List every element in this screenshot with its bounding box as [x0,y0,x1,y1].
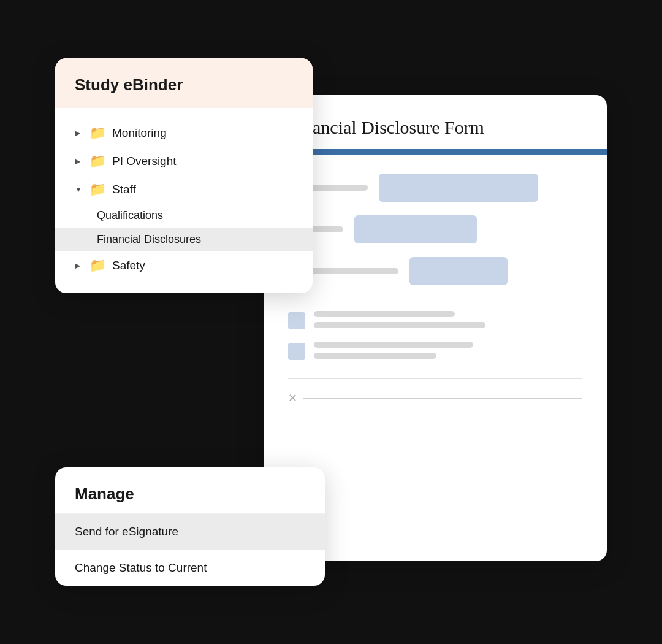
manage-title: Manage [75,485,305,504]
form-cb-line-1b [314,322,485,328]
form-row-2 [288,215,582,243]
tree-item-pi-oversight[interactable]: ▶ 📁 PI Oversight [55,147,313,175]
sub-item-financial-disclosures[interactable]: Financial Disclosures [55,228,313,251]
form-checkbox-2[interactable] [288,343,305,360]
manage-item-send-esignature[interactable]: Send for eSignature [55,513,325,550]
tree-item-safety[interactable]: ▶ 📁 Safety [55,251,313,280]
arrow-staff: ▼ [75,185,83,194]
folder-icon-monitoring: 📁 [89,125,106,141]
form-title: Financial Disclosure Form [264,95,607,149]
folder-icon-pi-oversight: 📁 [89,153,106,169]
form-cb-line-1a [314,311,455,317]
form-checkbox-row-1 [288,311,582,329]
sub-item-qualifications[interactable]: Qualifications [55,204,313,228]
manage-item-change-status[interactable]: Change Status to Current [55,550,325,586]
form-signature-line [303,398,582,399]
form-blue-bar [264,149,607,155]
label-financial-disclosures: Financial Disclosures [97,233,201,246]
label-pi-oversight: PI Oversight [112,155,177,168]
ebinder-card: Study eBinder ▶ 📁 Monitoring ▶ 📁 PI Over… [55,58,313,293]
ebinder-body: ▶ 📁 Monitoring ▶ 📁 PI Oversight ▼ 📁 Staf… [55,108,313,293]
scene: Financial Disclosure Form [55,58,607,586]
form-field-2[interactable] [354,215,477,243]
form-cb-line-2a [314,342,473,348]
form-row-3 [288,257,582,285]
change-status-label: Change Status to Current [75,561,207,574]
form-field-1[interactable] [379,174,538,202]
manage-header: Manage [55,467,325,513]
tree-item-monitoring[interactable]: ▶ 📁 Monitoring [55,119,313,147]
form-body: ✕ [264,174,607,405]
form-checkbox-1[interactable] [288,312,305,329]
form-signature-row: ✕ [288,378,582,405]
arrow-monitoring: ▶ [75,129,83,137]
send-esignature-label: Send for eSignature [75,525,178,538]
ebinder-header: Study eBinder [55,58,313,108]
folder-icon-staff: 📁 [89,182,106,197]
label-qualifications: Qualifications [97,209,163,222]
arrow-safety: ▶ [75,261,83,270]
form-field-3[interactable] [409,257,508,285]
form-checkbox-lines-2 [314,342,582,359]
label-staff: Staff [112,183,136,196]
tree-item-staff[interactable]: ▼ 📁 Staff [55,175,313,204]
arrow-pi-oversight: ▶ [75,157,83,166]
manage-card: Manage Send for eSignature Change Status… [55,467,325,586]
form-checkbox-lines-1 [314,311,582,328]
form-x-mark: ✕ [288,391,297,405]
label-monitoring: Monitoring [112,126,167,140]
label-safety: Safety [112,259,145,272]
folder-icon-safety: 📁 [89,258,106,274]
form-row-1 [288,174,582,202]
form-checkbox-row-2 [288,342,582,360]
ebinder-title: Study eBinder [75,75,293,94]
form-cb-line-2b [314,353,436,359]
